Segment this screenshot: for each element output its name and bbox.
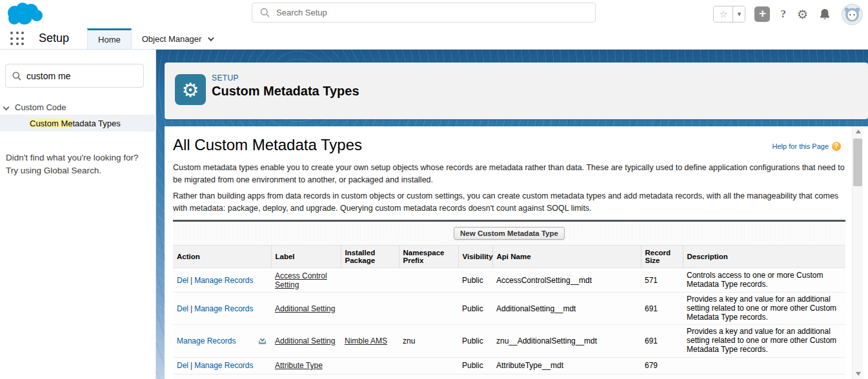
scrollbar-thumb[interactable] — [853, 139, 862, 186]
salesforce-logo-icon[interactable] — [5, 1, 45, 27]
record-size-cell: 679 — [641, 357, 683, 374]
visibility-cell: Public — [458, 293, 492, 325]
del-link[interactable]: Del — [177, 304, 188, 313]
sidebar-help-line1: Didn't find what you're looking for? — [6, 151, 148, 164]
table-body: Del|Manage RecordsAccess Control Setting… — [173, 268, 845, 379]
del-link[interactable]: Del — [177, 276, 188, 285]
column-header-action: Action — [173, 246, 271, 268]
sidebar-item-custom-metadata-types[interactable]: Custom Metadata Types — [0, 115, 156, 131]
action-cell: Del|Manage Records — [173, 268, 271, 293]
action-cell: Manage Records — [173, 325, 271, 357]
tab-object-manager[interactable]: Object Manager — [132, 28, 223, 49]
panel-scrollbar[interactable] — [852, 126, 863, 379]
api-name-cell — [492, 374, 641, 379]
chevron-down-icon — [208, 35, 214, 41]
tab-object-manager-label: Object Manager — [142, 34, 202, 44]
global-search-box[interactable] — [252, 3, 596, 23]
metadata-table-block: New Custom Metadata Type ActionLabelInst… — [173, 220, 845, 379]
content-region: ⚙ SETUP Custom Metadata Types All Custom… — [0, 50, 868, 379]
label-cell: Attribute Type — [271, 357, 341, 374]
table-toolbar: New Custom Metadata Type — [173, 222, 845, 245]
table-row: Manage RecordsAdditional SettingNimble A… — [173, 325, 845, 357]
column-header-api-name: Api Name — [492, 246, 641, 268]
description-cell: Controls access to one or more Custom Me… — [683, 268, 845, 293]
notifications-bell-icon[interactable] — [819, 8, 831, 21]
favorites-dropdown-icon[interactable]: ▼ — [732, 6, 745, 22]
manage-records-link[interactable]: Manage Records — [194, 361, 253, 370]
scroll-up-icon[interactable] — [853, 126, 863, 137]
installed-package-cell — [341, 357, 399, 374]
manage-records-link[interactable]: Manage Records — [194, 304, 253, 313]
search-icon — [260, 8, 270, 17]
page-title: Custom Metadata Types — [212, 84, 359, 99]
del-link[interactable]: Del — [177, 361, 188, 370]
help-for-this-page-link[interactable]: Help for this Page ? — [772, 142, 841, 151]
action-cell: Del|Manage Records — [173, 357, 271, 374]
setup-background: ⚙ SETUP Custom Metadata Types All Custom… — [156, 50, 868, 379]
manage-records-link[interactable]: Manage Records — [177, 336, 236, 345]
scroll-down-icon[interactable] — [853, 369, 863, 379]
custom-metadata-gear-icon: ⚙ — [175, 74, 206, 105]
record-size-cell: 691 — [641, 293, 683, 325]
quick-create-icon[interactable]: + — [754, 6, 770, 22]
namespace-prefix-cell — [399, 374, 458, 379]
api-name-cell: znu__AdditionalSetting__mdt — [492, 325, 641, 357]
user-avatar[interactable] — [842, 4, 863, 25]
column-header-record-size: Record Size — [641, 246, 683, 268]
setup-eyebrow-label: SETUP — [212, 73, 239, 83]
installed-package-cell: Nimble AMS — [341, 325, 399, 357]
sidebar-help-text: Didn't find what you're looking for? Try… — [6, 151, 148, 177]
api-name-cell: AttributeType__mdt — [492, 357, 641, 374]
new-custom-metadata-type-button[interactable]: New Custom Metadata Type — [454, 227, 565, 240]
panel-heading: All Custom Metadata Types — [173, 136, 362, 154]
action-cell: Del|Manage Records — [173, 293, 271, 325]
metadata-type-label-link[interactable]: Attribute Type — [275, 361, 323, 370]
label-cell: Additional Setting — [271, 293, 341, 325]
table-header-row: ActionLabelInstalled PackageNamespace Pr… — [173, 246, 845, 268]
metadata-type-label-link[interactable]: Additional Setting — [275, 304, 335, 313]
label-cell: AutoCompleteSearch — [271, 374, 341, 379]
setup-nav-bar: Setup Home Object Manager — [0, 28, 868, 50]
help-icon[interactable]: ? — [780, 8, 786, 21]
chevron-down-icon — [3, 104, 10, 111]
help-link-label: Help for this Page — [772, 142, 829, 150]
visibility-cell — [458, 374, 492, 379]
search-icon — [12, 72, 21, 81]
setup-gear-icon[interactable]: ⚙ — [797, 7, 808, 22]
sidebar-section-label: Custom Code — [15, 102, 66, 112]
favorites-control: ☆ ▼ — [713, 6, 745, 23]
favorites-star-icon[interactable]: ☆ — [714, 6, 732, 22]
api-name-cell: AdditionalSetting__mdt — [492, 293, 641, 325]
installed-package-cell — [341, 293, 399, 325]
sidebar-section-custom-code[interactable]: Custom Code — [0, 102, 156, 112]
sidebar-search-box[interactable] — [5, 64, 144, 88]
record-size-cell: 691 — [641, 325, 683, 357]
tab-home[interactable]: Home — [87, 28, 132, 49]
column-header-label: Label — [271, 246, 341, 268]
api-name-cell: AccessControlSetting__mdt — [492, 268, 641, 293]
intro-paragraph-2: Rather than building apps from data reco… — [173, 190, 849, 215]
header-actions: ☆ ▼ + ? ⚙ — [713, 0, 864, 28]
sidebar-search-input[interactable] — [26, 71, 143, 81]
sidebar-item-label-rest: tadata Types — [72, 119, 120, 128]
description-cell: Provides a key and value for an addition… — [683, 325, 845, 357]
global-search-input[interactable] — [276, 8, 595, 17]
main-panel: All Custom Metadata Types Help for this … — [165, 126, 868, 379]
namespace-prefix-cell — [399, 268, 458, 293]
metadata-type-label-link[interactable]: Access Control Setting — [275, 271, 327, 289]
action-separator: | — [190, 276, 192, 285]
app-name-label: Setup — [39, 32, 69, 49]
installed-package-link[interactable]: Nimble AMS — [345, 336, 387, 345]
visibility-cell: Public — [458, 325, 492, 357]
metadata-type-label-link[interactable]: Additional Setting — [275, 336, 335, 345]
intro-paragraph-1: Custom metadata types enable you to crea… — [173, 162, 849, 187]
table-row: Del|Manage RecordsAccess Control Setting… — [173, 268, 845, 293]
help-question-icon: ? — [832, 142, 841, 151]
app-launcher-icon[interactable] — [10, 32, 26, 47]
record-size-cell — [641, 374, 683, 379]
table-row: Del|Manage RecordsAdditional SettingPubl… — [173, 293, 845, 325]
description-cell: Defines additional fields, filters, max … — [683, 374, 845, 379]
manage-records-link[interactable]: Manage Records — [194, 276, 253, 285]
description-cell: Provides a key and value for an addition… — [683, 293, 845, 325]
namespace-prefix-cell — [399, 293, 458, 325]
